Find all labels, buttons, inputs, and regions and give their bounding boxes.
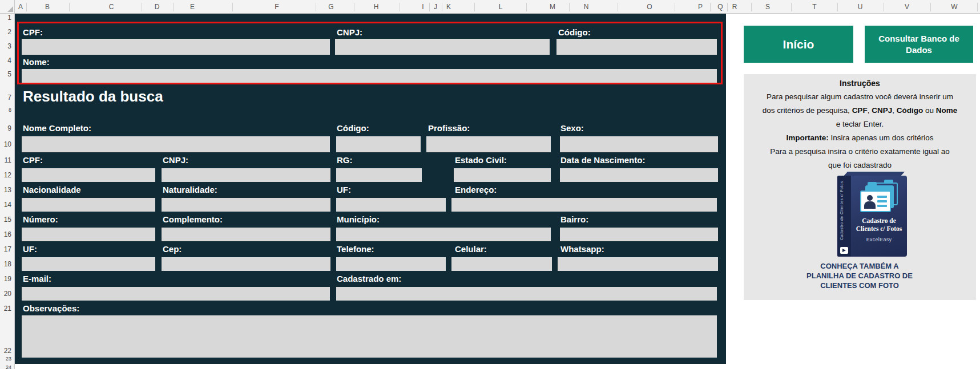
row-header-10[interactable]: 10: [4, 141, 11, 148]
label-cnpj: CNPJ:: [163, 155, 188, 166]
cta-line: PLANILHA DE CADASTRO DE: [793, 271, 926, 281]
column-header-D[interactable]: D: [155, 0, 160, 14]
column-separator: [837, 3, 838, 11]
field-rg-input[interactable]: [336, 168, 422, 182]
column-separator: [526, 3, 527, 11]
field-numero-input[interactable]: [22, 228, 155, 241]
field-cpf-input[interactable]: [22, 168, 155, 182]
column-header-C[interactable]: C: [109, 0, 114, 14]
label-bairro: Bairro:: [560, 214, 588, 225]
label-codigo: Código:: [337, 123, 369, 134]
label-endereco: Endereço:: [455, 184, 497, 196]
column-separator: [727, 3, 728, 11]
search-cnpj-input[interactable]: [335, 39, 550, 55]
row-header-12[interactable]: 12: [4, 172, 11, 179]
field-uf-row13-input[interactable]: [336, 198, 446, 212]
row-header-21[interactable]: 21: [4, 305, 11, 312]
spreadsheet-app: ABCDEFGHIJKLMNOPQRSTUVW 1234578910111213…: [0, 0, 980, 369]
label-observacoes: Observações:: [23, 303, 79, 314]
label-celular: Celular:: [455, 244, 487, 255]
row-header-4[interactable]: 4: [7, 57, 11, 64]
search-cpf-input[interactable]: [22, 39, 330, 55]
row-header-3[interactable]: 3: [7, 43, 11, 50]
row-header-17[interactable]: 17: [4, 246, 11, 253]
column-header-S[interactable]: S: [765, 0, 770, 14]
inicio-button[interactable]: Início: [744, 26, 853, 63]
field-sexo-input[interactable]: [560, 136, 718, 152]
field-nome-completo-input[interactable]: [22, 136, 330, 152]
label-cadastrado-em: Cadastrado em:: [337, 273, 401, 285]
column-header-B[interactable]: B: [45, 0, 50, 14]
row-header-14[interactable]: 14: [4, 201, 11, 208]
column-header-I[interactable]: I: [422, 0, 424, 14]
column-header-F[interactable]: F: [275, 0, 279, 14]
column-header-N[interactable]: N: [584, 0, 589, 14]
label-municipio: Município:: [337, 214, 380, 225]
column-header-M[interactable]: M: [550, 0, 555, 14]
field-cnpj-input[interactable]: [162, 168, 330, 182]
column-header-H[interactable]: H: [374, 0, 379, 14]
field-nacionalidade-input[interactable]: [22, 198, 155, 212]
column-header-V[interactable]: V: [905, 0, 909, 14]
column-separator: [26, 3, 27, 11]
field-codigo-input[interactable]: [336, 136, 421, 152]
row-header-19[interactable]: 19: [4, 275, 11, 282]
field-observacoes-input[interactable]: [22, 315, 717, 358]
field-municipio-input[interactable]: [336, 228, 551, 241]
column-separator: [751, 3, 752, 11]
search-nome-input[interactable]: [22, 69, 717, 83]
field-cep-input[interactable]: [162, 257, 330, 271]
field-estado-civil-input[interactable]: [454, 168, 551, 182]
column-header-Q[interactable]: Q: [717, 0, 723, 14]
field-complemento-input[interactable]: [162, 228, 330, 241]
field-endereco-input[interactable]: [451, 198, 717, 212]
column-header-P[interactable]: P: [698, 0, 703, 14]
field-bairro-input[interactable]: [560, 228, 718, 241]
instructions-line: que foi cadastrado: [744, 159, 976, 172]
consultar-banco-dados-button[interactable]: Consultar Banco de Dados: [865, 26, 973, 63]
column-header-W[interactable]: W: [951, 0, 957, 14]
field-data-nascimento-input[interactable]: [560, 168, 718, 182]
row-header-8[interactable]: 8: [9, 108, 11, 113]
column-header-E[interactable]: E: [190, 0, 195, 14]
field-cadastrado-em-input[interactable]: [336, 287, 717, 301]
column-separator: [675, 3, 675, 11]
field-whatsapp-input[interactable]: [558, 257, 718, 271]
row-header-2[interactable]: 2: [7, 29, 11, 35]
column-header-O[interactable]: O: [647, 0, 652, 14]
row-header-15[interactable]: 15: [4, 216, 11, 223]
column-separator: [173, 3, 174, 11]
row-header-1[interactable]: 1: [7, 14, 11, 21]
column-header-T[interactable]: T: [812, 0, 816, 14]
select-all-corner[interactable]: [0, 0, 15, 14]
column-header-K[interactable]: K: [446, 0, 451, 14]
row-header-20[interactable]: 20: [4, 290, 11, 297]
field-telefone-input[interactable]: [336, 257, 446, 271]
column-header-A[interactable]: A: [18, 0, 23, 14]
column-header-U[interactable]: U: [858, 0, 863, 14]
field-celular-input[interactable]: [451, 257, 552, 271]
column-header-L[interactable]: L: [499, 0, 503, 14]
row-header-11[interactable]: 11: [5, 157, 11, 164]
row-header-9[interactable]: 9: [7, 125, 11, 132]
field-naturalidade-input[interactable]: [162, 198, 330, 212]
label-email: E-mail:: [23, 273, 51, 285]
column-header-J[interactable]: J: [434, 0, 437, 14]
row-header-24[interactable]: 24: [6, 365, 11, 369]
column-header-G[interactable]: G: [328, 0, 333, 14]
row-header-18[interactable]: 18: [4, 261, 11, 267]
row-header-16[interactable]: 16: [4, 231, 11, 238]
search-codigo-input[interactable]: [556, 39, 717, 55]
column-separator: [429, 3, 430, 11]
column-separator: [474, 3, 475, 11]
row-header-5[interactable]: 5: [7, 71, 11, 78]
field-email-input[interactable]: [22, 287, 330, 301]
label-sexo: Sexo:: [560, 123, 584, 134]
field-uf-row17-input[interactable]: [22, 257, 155, 271]
row-header-22[interactable]: 22: [4, 347, 11, 354]
row-header-7[interactable]: 7: [7, 94, 11, 101]
row-header-13[interactable]: 13: [4, 186, 11, 193]
field-profissao-input[interactable]: [426, 136, 551, 152]
column-header-R[interactable]: R: [732, 0, 737, 14]
row-header-23[interactable]: 23: [6, 356, 11, 362]
